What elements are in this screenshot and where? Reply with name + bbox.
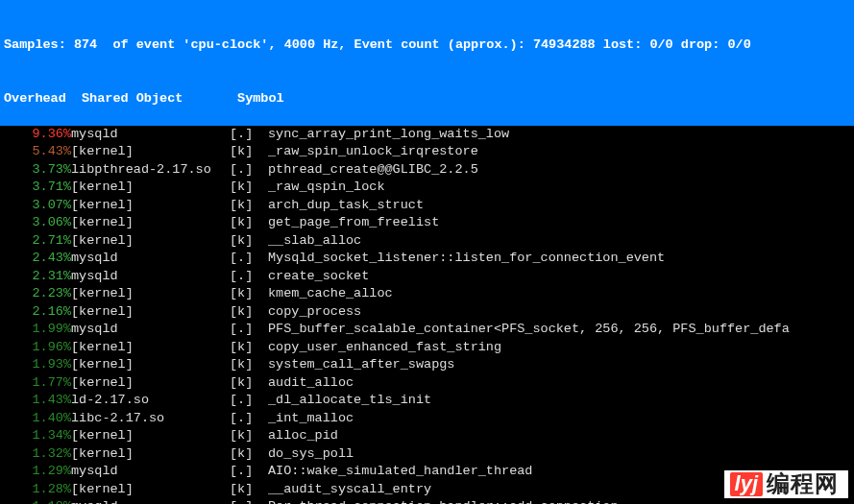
perf-row[interactable]: 2.16% [kernel][k]copy_process	[4, 303, 850, 322]
shared-object: [kernel]	[71, 179, 230, 197]
shared-object: [kernel]	[71, 339, 230, 357]
symbol-flag: [k]	[230, 356, 268, 374]
perf-row[interactable]: 1.93% [kernel][k]system_call_after_swapg…	[4, 356, 850, 374]
perf-row[interactable]: 2.23% [kernel][k]kmem_cache_alloc	[4, 285, 850, 303]
overhead-value: 1.40%	[4, 410, 71, 428]
symbol-name: __audit_syscall_entry	[268, 481, 431, 499]
shared-object: mysqld	[71, 250, 230, 268]
symbol-name: do_sys_poll	[268, 445, 354, 464]
shared-object: [kernel]	[71, 356, 230, 374]
symbol-flag: [k]	[230, 339, 268, 357]
symbol-name: audit_alloc	[268, 374, 354, 393]
overhead-value: 2.23%	[4, 285, 71, 303]
overhead-value: 5.43%	[4, 143, 71, 161]
symbol-name: copy_process	[268, 303, 361, 322]
symbol-name: create_socket	[268, 268, 369, 286]
symbol-flag: [k]	[230, 214, 268, 232]
perf-row[interactable]: 1.77% [kernel][k]audit_alloc	[4, 374, 850, 393]
watermark: lyj 编程网	[724, 470, 848, 498]
columns-line: Overhead Shared Object Symbol	[4, 90, 850, 108]
symbol-flag: [k]	[230, 445, 268, 464]
symbol-flag: [k]	[230, 285, 268, 303]
symbol-name: _raw_qspin_lock	[268, 179, 385, 197]
symbol-name: _raw_spin_unlock_irqrestore	[268, 143, 478, 161]
symbol-flag: [.]	[230, 463, 268, 481]
overhead-value: 2.31%	[4, 268, 71, 286]
symbol-flag: [k]	[230, 179, 268, 197]
perf-rows[interactable]: 9.36% mysqld[.]sync_array_print_long_wai…	[0, 126, 854, 505]
symbol-flag: [k]	[230, 232, 268, 251]
symbol-name: system_call_after_swapgs	[268, 356, 454, 374]
overhead-value: 2.71%	[4, 232, 71, 251]
perf-row[interactable]: 2.31% mysqld[.]create_socket	[4, 268, 850, 286]
overhead-value: 1.29%	[4, 463, 71, 481]
symbol-name: AIO::wake_simulated_handler_thread	[268, 463, 532, 481]
symbol-name: kmem_cache_alloc	[268, 285, 393, 303]
perf-row[interactable]: 1.99% mysqld[.]PFS_buffer_scalable_conta…	[4, 321, 850, 339]
symbol-flag: [k]	[230, 143, 268, 161]
perf-row[interactable]: 5.43% [kernel][k]_raw_spin_unlock_irqres…	[4, 143, 850, 161]
overhead-value: 3.71%	[4, 179, 71, 197]
shared-object: mysqld	[71, 268, 230, 286]
overhead-value: 9.36%	[4, 126, 71, 144]
overhead-value: 1.28%	[4, 481, 71, 499]
perf-row[interactable]: 9.36% mysqld[.]sync_array_print_long_wai…	[4, 126, 850, 144]
overhead-value: 1.34%	[4, 427, 71, 445]
overhead-value: 1.99%	[4, 321, 71, 339]
shared-object: [kernel]	[71, 481, 230, 499]
shared-object: libpthread-2.17.so	[71, 161, 230, 180]
symbol-flag: [.]	[230, 268, 268, 286]
symbol-flag: [k]	[230, 303, 268, 322]
overhead-value: 1.96%	[4, 339, 71, 357]
col-symbol: Symbol	[237, 91, 284, 106]
shared-object: [kernel]	[71, 143, 230, 161]
symbol-flag: [.]	[230, 161, 268, 180]
symbol-name: sync_array_print_long_waits_low	[268, 126, 509, 144]
shared-object: ld-2.17.so	[71, 392, 230, 410]
symbol-name: arch_dup_task_struct	[268, 197, 424, 215]
perf-row[interactable]: 3.06% [kernel][k]get_page_from_freelist	[4, 214, 850, 232]
overhead-value: 1.43%	[4, 392, 71, 410]
perf-row[interactable]: 1.34% [kernel][k]alloc_pid	[4, 427, 850, 445]
shared-object: mysqld	[71, 463, 230, 481]
symbol-flag: [.]	[230, 498, 268, 504]
watermark-logo: lyj	[730, 472, 763, 496]
watermark-text: 编程网	[767, 475, 839, 493]
symbol-flag: [.]	[230, 321, 268, 339]
overhead-value: 1.77%	[4, 374, 71, 393]
symbol-flag: [.]	[230, 250, 268, 268]
perf-row[interactable]: 1.43% ld-2.17.so[.]_dl_allocate_tls_init	[4, 392, 850, 410]
shared-object: [kernel]	[71, 303, 230, 322]
perf-row[interactable]: 2.71% [kernel][k]__slab_alloc	[4, 232, 850, 251]
shared-object: [kernel]	[71, 374, 230, 393]
symbol-flag: [k]	[230, 374, 268, 393]
symbol-name: Per_thread_connection_handler::add_conne…	[268, 498, 619, 504]
shared-object: mysqld	[71, 498, 230, 504]
overhead-value: 1.10%	[4, 498, 71, 504]
perf-row[interactable]: 1.40% libc-2.17.so[.]_int_malloc	[4, 410, 850, 428]
perf-row[interactable]: 1.10% mysqld[.]Per_thread_connection_han…	[4, 498, 850, 504]
shared-object: mysqld	[71, 321, 230, 339]
symbol-name: _int_malloc	[268, 410, 354, 428]
symbol-flag: [k]	[230, 197, 268, 215]
perf-row[interactable]: 1.96% [kernel][k]copy_user_enhanced_fast…	[4, 339, 850, 357]
overhead-value: 2.43%	[4, 250, 71, 268]
perf-row[interactable]: 2.43% mysqld[.]Mysqld_socket_listener::l…	[4, 250, 850, 268]
symbol-name: pthread_create@@GLIBC_2.2.5	[268, 161, 478, 180]
shared-object: mysqld	[71, 126, 230, 144]
overhead-value: 3.06%	[4, 214, 71, 232]
shared-object: [kernel]	[71, 197, 230, 215]
symbol-flag: [.]	[230, 410, 268, 428]
symbol-flag: [.]	[230, 126, 268, 144]
perf-row[interactable]: 1.32% [kernel][k]do_sys_poll	[4, 445, 850, 464]
shared-object: [kernel]	[71, 445, 230, 464]
perf-row[interactable]: 3.07% [kernel][k]arch_dup_task_struct	[4, 197, 850, 215]
samples-line: Samples: 874 of event 'cpu-clock', 4000 …	[4, 36, 850, 55]
symbol-name: _dl_allocate_tls_init	[268, 392, 431, 410]
overhead-value: 3.07%	[4, 197, 71, 215]
shared-object: [kernel]	[71, 232, 230, 251]
symbol-name: PFS_buffer_scalable_container<PFS_socket…	[268, 321, 790, 339]
symbol-flag: [k]	[230, 427, 268, 445]
perf-row[interactable]: 3.73% libpthread-2.17.so[.]pthread_creat…	[4, 161, 850, 180]
perf-row[interactable]: 3.71% [kernel][k]_raw_qspin_lock	[4, 179, 850, 197]
